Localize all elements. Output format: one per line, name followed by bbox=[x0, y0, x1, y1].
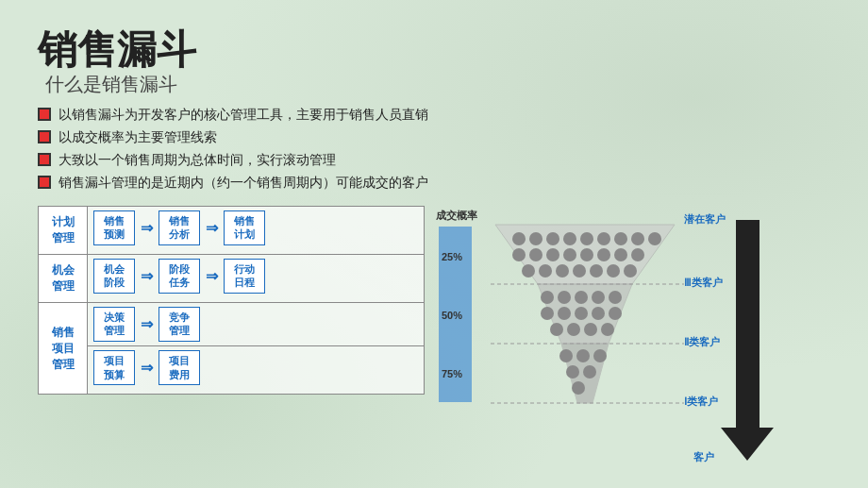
dot bbox=[609, 307, 622, 320]
bullet-text-4: 销售漏斗管理的是近期内（约一个销售周期内）可能成交的客户 bbox=[58, 173, 830, 193]
label-potential-customer: 潜在客户 bbox=[684, 213, 726, 225]
cell-competition-mgmt: 竞争管理 bbox=[159, 307, 200, 342]
bullets: 以销售漏斗为开发客户的核心管理工具，主要用于销售人员直销 以成交概率为主要管理线… bbox=[38, 105, 830, 193]
bullet-icon-2 bbox=[38, 130, 51, 143]
dot bbox=[572, 381, 585, 395]
mgmt-cells-2: 机会阶段 ⇒ 阶段任务 ⇒ 行动日程 bbox=[88, 255, 424, 297]
dot bbox=[624, 264, 637, 278]
funnel-svg: 成交概率 25% 50% 75% bbox=[434, 206, 783, 480]
mgmt-diagram: 计划管理 销售预测 ⇒ 销售分析 ⇒ 销售计划 机会管理 bbox=[38, 206, 425, 395]
arrow-2: ⇒ bbox=[206, 219, 218, 237]
label-customer: 客户 bbox=[693, 451, 714, 463]
pct-50-label: 50% bbox=[442, 310, 462, 321]
bullet-icon-1 bbox=[38, 108, 51, 121]
dot bbox=[558, 291, 571, 304]
bottom-section: 计划管理 销售预测 ⇒ 销售分析 ⇒ 销售计划 机会管理 bbox=[38, 206, 830, 470]
dot bbox=[648, 232, 661, 245]
mgmt-row-cells-1: 销售预测 ⇒ 销售分析 ⇒ 销售计划 bbox=[88, 207, 424, 254]
cell-stage-task: 阶段任务 bbox=[159, 259, 200, 294]
dot bbox=[563, 248, 576, 261]
funnel-area: 成交概率 25% 50% 75% bbox=[434, 206, 830, 470]
dot bbox=[592, 291, 605, 304]
arrow-1: ⇒ bbox=[141, 219, 153, 237]
cell-opp-stage: 机会阶段 bbox=[93, 259, 135, 294]
dot bbox=[573, 264, 586, 278]
dot bbox=[631, 232, 644, 245]
dot bbox=[601, 323, 614, 336]
dot bbox=[609, 291, 622, 304]
mgmt-label-1: 计划管理 bbox=[39, 207, 88, 254]
bullet-item-2: 以成交概率为主要管理线索 bbox=[38, 127, 830, 147]
dot bbox=[559, 349, 573, 362]
dot bbox=[566, 365, 579, 379]
dot bbox=[512, 248, 526, 261]
dot bbox=[597, 248, 610, 261]
cell-sales-analysis: 销售分析 bbox=[159, 210, 200, 245]
cell-sales-plan: 销售计划 bbox=[224, 210, 265, 245]
dot bbox=[539, 264, 552, 278]
dot bbox=[631, 248, 644, 261]
dot bbox=[592, 307, 605, 320]
dot bbox=[546, 248, 559, 261]
mgmt-label-2: 机会管理 bbox=[39, 255, 88, 302]
cell-decision-mgmt: 决策管理 bbox=[93, 307, 135, 342]
bullet-item-1: 以销售漏斗为开发客户的核心管理工具，主要用于销售人员直销 bbox=[38, 105, 830, 125]
dot bbox=[580, 248, 593, 261]
conversion-rate-label: 成交概率 bbox=[435, 210, 477, 221]
dot bbox=[556, 264, 569, 278]
bullet-text-2: 以成交概率为主要管理线索 bbox=[58, 127, 830, 147]
mgmt-row-2: 机会管理 机会阶段 ⇒ 阶段任务 ⇒ 行动日程 bbox=[39, 255, 424, 303]
sub-title: 什么是销售漏斗 bbox=[45, 72, 830, 97]
cell-sales-forecast: 销售预测 bbox=[93, 210, 135, 245]
slide-container: 销售漏斗 什么是销售漏斗 以销售漏斗为开发客户的核心管理工具，主要用于销售人员直… bbox=[0, 0, 868, 488]
bullet-text-3: 大致以一个销售周期为总体时间，实行滚动管理 bbox=[58, 150, 830, 170]
dot bbox=[576, 349, 590, 362]
dot bbox=[563, 232, 576, 245]
label-class2-customer: Ⅱ类客户 bbox=[684, 336, 720, 347]
dot bbox=[575, 291, 588, 304]
dot bbox=[614, 232, 627, 245]
dot bbox=[529, 248, 542, 261]
bullet-icon-4 bbox=[38, 176, 51, 189]
arrow-4: ⇒ bbox=[206, 267, 218, 285]
dot bbox=[580, 232, 593, 245]
big-arrow bbox=[721, 220, 774, 461]
main-title: 销售漏斗 bbox=[38, 28, 830, 72]
mgmt-label-3: 销售项目管理 bbox=[39, 303, 88, 394]
dot bbox=[541, 291, 554, 304]
dot bbox=[584, 323, 597, 336]
dot bbox=[541, 307, 554, 320]
dot bbox=[546, 232, 559, 245]
dot bbox=[614, 248, 627, 261]
dot bbox=[522, 264, 535, 278]
dot bbox=[597, 232, 610, 245]
dot bbox=[558, 307, 571, 320]
mgmt-table: 计划管理 销售预测 ⇒ 销售分析 ⇒ 销售计划 机会管理 bbox=[38, 206, 425, 395]
mgmt-row-cells-3: 决策管理 ⇒ 竞争管理 项目预算 ⇒ 项目费用 bbox=[88, 303, 424, 394]
dot bbox=[512, 232, 526, 245]
dot bbox=[575, 307, 588, 320]
pct-75-label: 75% bbox=[442, 368, 462, 379]
mgmt-row-1: 计划管理 销售预测 ⇒ 销售分析 ⇒ 销售计划 bbox=[39, 207, 424, 255]
dot bbox=[529, 232, 542, 245]
arrow-5: ⇒ bbox=[141, 315, 153, 333]
bullet-item-4: 销售漏斗管理的是近期内（约一个销售周期内）可能成交的客户 bbox=[38, 173, 830, 193]
dot bbox=[550, 323, 563, 336]
cell-project-cost: 项目费用 bbox=[159, 350, 200, 385]
pct-25-label: 25% bbox=[442, 251, 462, 262]
label-class3-customer: Ⅲ类客户 bbox=[684, 277, 723, 288]
dot bbox=[593, 349, 607, 362]
bullet-icon-3 bbox=[38, 153, 51, 166]
mgmt-cells-3b: 项目预算 ⇒ 项目费用 bbox=[88, 346, 424, 389]
dot bbox=[590, 264, 603, 278]
dot bbox=[583, 365, 596, 379]
label-class1-customer: Ⅰ类客户 bbox=[684, 395, 718, 407]
mgmt-cells-1: 销售预测 ⇒ 销售分析 ⇒ 销售计划 bbox=[88, 207, 424, 249]
mgmt-row-cells-2: 机会阶段 ⇒ 阶段任务 ⇒ 行动日程 bbox=[88, 255, 424, 302]
arrow-6: ⇒ bbox=[141, 359, 153, 377]
dot bbox=[567, 323, 580, 336]
title-area: 销售漏斗 什么是销售漏斗 bbox=[38, 28, 830, 97]
bullet-text-1: 以销售漏斗为开发客户的核心管理工具，主要用于销售人员直销 bbox=[58, 105, 830, 125]
bullet-item-3: 大致以一个销售周期为总体时间，实行滚动管理 bbox=[38, 150, 830, 170]
cell-project-budget: 项目预算 bbox=[93, 350, 135, 385]
